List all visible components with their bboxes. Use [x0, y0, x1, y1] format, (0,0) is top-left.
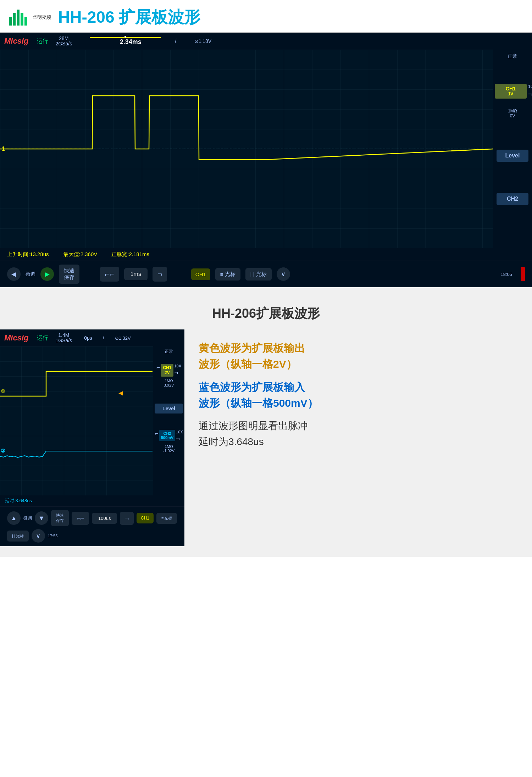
scope1-timebase-area: ▼ 2.34ms [90, 37, 161, 46]
scope1-ch1-btn[interactable]: CH1 1V [495, 84, 527, 99]
scope2-grid: ① ② ◄ [0, 346, 153, 495]
probe-10x-label: 10X [528, 84, 532, 89]
scope2-cursor2-btn[interactable]: | | 光标 [7, 531, 29, 542]
scope2-trigger: ⊙1.32V [115, 335, 131, 341]
yellow-annotation: 黄色波形为扩展板输出 波形（纵轴一格2V） [199, 340, 521, 372]
annotations-area: 黄色波形为扩展板输出 波形（纵轴一格2V） 蓝色波形为扩展板输入 波形（纵轴一格… [184, 329, 532, 450]
scope2-ch1-marker: ① [0, 388, 5, 394]
scope2-ch1-params: 1MΩ 3.92V [164, 379, 174, 387]
scope1-memory: 28M 2GSa/s [55, 36, 72, 47]
scope2-ch2-probe: 10X ¬ [176, 430, 183, 442]
scope2-fall-btn[interactable]: ¬ [120, 512, 134, 525]
fall-wave-btn[interactable]: ¬ [153, 267, 167, 282]
fall-edge-icon2[interactable]: ¬ [528, 90, 532, 99]
scope1-grid: 1 ◄ [0, 50, 493, 248]
rise-wave-btn[interactable]: ⌐⌐ [100, 267, 119, 282]
scope2-status: 运行 [37, 334, 48, 342]
scope2-time-100us[interactable]: 100us [92, 513, 117, 524]
svg-rect-3 [21, 13, 23, 26]
rise-time-display: 上升时间:13.28us [7, 251, 49, 258]
scope2-fine-tune: 微调 [23, 515, 32, 521]
page-header: 华明变频 HH-206 扩展板波形 [0, 0, 532, 32]
scope1-topbar: Micsig 运行 28M 2GSa/s ▼ 2.34ms / ⊙1.18V [0, 33, 532, 50]
fine-tune-area: 微调 [26, 271, 35, 277]
svg-rect-11 [0, 346, 153, 495]
prev-btn[interactable]: ◀ [7, 267, 21, 281]
svg-rect-4 [24, 17, 27, 26]
scope1-impedance: 1MΩ 0V [508, 109, 517, 118]
scope2-timebase: 0ps [84, 335, 92, 341]
svg-rect-0 [9, 17, 12, 26]
scope2-right-panel: 正常 ⌐ CH1 2V 10X ¬ [153, 346, 184, 495]
scope1-status-bar: 上升时间:13.28us 最大值:2.360V 正脉宽:2.181ms [0, 248, 532, 261]
max-val-display: 最大值:2.360V [63, 251, 98, 258]
scope2-rise-btn[interactable]: ⌐⌐ [72, 512, 89, 525]
scope1-level-btn[interactable]: Level [497, 150, 528, 162]
scope1-display: 1 ◄ [0, 50, 532, 248]
page-title: HH-206 扩展板波形 [58, 6, 200, 28]
play-btn[interactable]: ▶ [40, 267, 54, 281]
section2-bg: HH-206扩展板波形 [0, 287, 532, 329]
scope2-brand: Micsig [4, 333, 28, 343]
scope2-expand-btn[interactable]: ∨ [32, 529, 45, 543]
scope1-ch2-btn[interactable]: CH2 [497, 193, 528, 205]
scope2-ch2-btn[interactable]: CH2 500mV [159, 430, 175, 441]
scope2-normal: 正常 [165, 349, 173, 355]
ch1-select-btn[interactable]: CH1 [191, 268, 210, 280]
fine-tune-label: 微调 [26, 271, 35, 277]
micsig-logo: Micsig [4, 37, 28, 46]
scope2-level-btn[interactable]: Level [155, 404, 183, 414]
company-name: 华明变频 [33, 15, 51, 20]
scope2-ch1-ctrl[interactable]: CH1 [137, 513, 154, 523]
scope2-display: ① ② ◄ [0, 346, 184, 495]
scope2-topbar: Micsig 运行 1.4M 1GSa/s 0ps / ⊙1.32V [0, 329, 184, 346]
scope2-ch1-btn[interactable]: CH1 2V [161, 364, 173, 377]
scope2-status-bar: 延时:3.648us [0, 495, 184, 506]
scope2-edge-icons: ⌐ [156, 364, 160, 371]
scope1-grid-svg [0, 50, 493, 248]
scope1-status: 运行 [37, 38, 48, 45]
scope2-slash: / [103, 335, 104, 341]
svg-rect-2 [17, 10, 20, 26]
scope2-ch2-rise-icon[interactable]: ⌐ [155, 430, 159, 437]
scope2-rise-icon[interactable]: ⌐ [156, 364, 160, 371]
scope2-cursor1-btn[interactable]: ≡ 光标 [156, 513, 177, 524]
scope2-ch2-marker: ② [0, 448, 5, 454]
scope2-delay: 延时:3.648us [5, 498, 32, 503]
scope2-section: Micsig 运行 1.4M 1GSa/s 0ps / ⊙1.32V ① ② [0, 329, 532, 557]
expand-btn[interactable]: ∨ [277, 267, 290, 281]
scope2-up-btn[interactable]: ▲ [7, 511, 21, 525]
scope1-timebase: 2.34ms [120, 38, 142, 46]
scope2-grid-svg [0, 346, 153, 495]
cursor1-eq-btn[interactable]: ≡ 光标 [215, 268, 240, 281]
black-annotation: 通过波形图明显看出脉冲 延时为3.648us [199, 418, 521, 450]
scope1-time: 18:05 [500, 272, 512, 277]
scope1-ch1-panel: ⌐ ¬ CH1 1V 10X ¬ [489, 84, 532, 104]
timebase-bar: ▼ [90, 37, 161, 38]
scope2-ch1-panel: ⌐ CH1 2V 10X ¬ [156, 364, 181, 377]
scope2-outer: Micsig 运行 1.4M 1GSa/s 0ps / ⊙1.32V ① ② [0, 329, 532, 546]
scope2-ch2-icons: ⌐ [155, 430, 159, 437]
scope1-probe-icons: 10X ¬ [528, 84, 532, 99]
time-1ms-btn[interactable]: 1ms [124, 268, 148, 280]
scope1-container: Micsig 运行 28M 2GSa/s ▼ 2.34ms / ⊙1.18V 1… [0, 33, 532, 287]
scope1-controls: ◀ 微调 ▶ 快速 保存 ⌐⌐ 1ms ¬ CH1 ≡ 光标 | | 光标 ∨ … [0, 261, 532, 287]
svg-rect-1 [13, 13, 16, 26]
scope2-fall-icon[interactable]: ¬ [174, 369, 181, 376]
scope2-fine-label: 微调 [23, 515, 32, 521]
scope2-quick-save[interactable]: 快速 保存 [51, 510, 69, 526]
blue-annotation: 蓝色波形为扩展板输入 波形（纵轴一格500mV） [199, 379, 521, 411]
scope2-ch1-probe: 10X ¬ [174, 364, 181, 376]
cursor2-sep-btn[interactable]: | | 光标 [245, 268, 272, 281]
record-indicator [521, 267, 525, 281]
pos-width-display: 正脉宽:2.181ms [111, 251, 149, 258]
scope2-memory: 1.4M 1GSa/s [55, 333, 72, 344]
scope2-controls: ▲ 微调 ▼ 快速 保存 ⌐⌐ 100us ¬ CH1 ≡ 光标 | | 光标 [0, 506, 184, 546]
scope1-right-panel: 正常 ⌐ ¬ CH1 1V 10X ¬ 1MΩ 0V Level [493, 50, 532, 248]
scope2-level-arrow: ◄ [117, 389, 124, 397]
scope2-down-btn[interactable]: ▼ [35, 511, 48, 525]
scope2-container: Micsig 运行 1.4M 1GSa/s 0ps / ⊙1.32V ① ② [0, 329, 184, 546]
scope2-ch2-fall-icon[interactable]: ¬ [176, 435, 183, 442]
logo-area: 华明变频 [7, 8, 51, 27]
quick-save-btn[interactable]: 快速 保存 [59, 265, 79, 284]
